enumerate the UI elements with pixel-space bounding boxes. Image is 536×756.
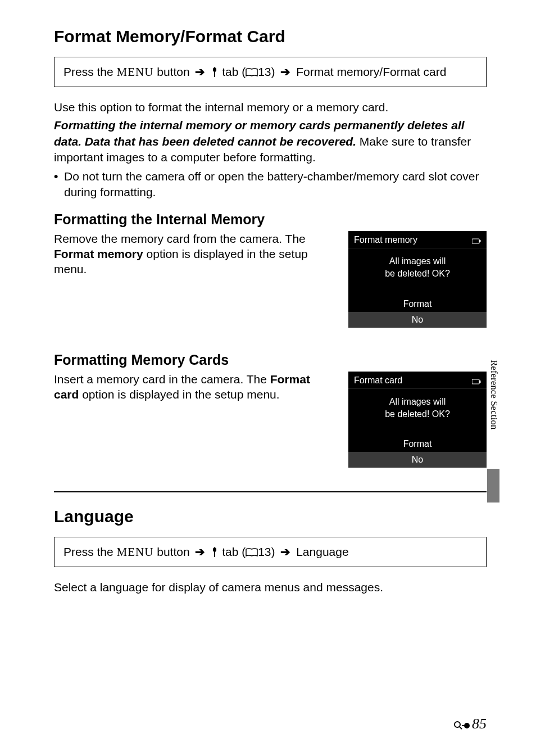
text-part: Remove the memory card from the camera. … (54, 232, 306, 245)
lcd-format-memory: Format memory All images will be deleted… (348, 231, 487, 328)
book-icon (246, 545, 258, 554)
nav-path-language: Press the MENU button ➔ tab (13) ➔ Langu… (54, 537, 487, 567)
svg-rect-0 (472, 239, 479, 243)
lcd-option-no: No (348, 452, 487, 468)
lcd-title-text: Format memory (354, 235, 417, 245)
menu-glyph-text: MENU (117, 65, 154, 79)
svg-rect-6 (462, 725, 465, 726)
lcd-line: be deleted! OK? (354, 408, 481, 420)
lcd-line: All images will (354, 255, 481, 268)
text-part: Insert a memory card in the camera. The (54, 373, 270, 386)
memory-cards-text: Insert a memory card in the camera. The … (54, 372, 335, 402)
page-section-icon (454, 719, 471, 729)
subheading-internal-memory: Formatting the Internal Memory (54, 211, 487, 228)
lcd-format-card: Format card All images will be deleted! … (348, 372, 487, 468)
lcd-title: Format card (348, 372, 487, 389)
lcd-line: All images will (354, 396, 481, 408)
nav-mid: button (153, 65, 193, 78)
nav-dest: Language (293, 545, 348, 558)
section-divider (54, 491, 487, 492)
bullet-list: Do not turn the camera off or open the b… (54, 169, 487, 200)
row-internal-memory: Remove the memory card from the camera. … (54, 231, 487, 328)
memory-icon (472, 376, 481, 382)
nav-ref: 13) (258, 65, 278, 78)
lcd-option-format: Format (348, 296, 487, 312)
arrow-icon: ➔ (193, 545, 207, 558)
text-part: option is displayed in the setup menu. (79, 388, 279, 401)
nav-tab: tab ( (219, 545, 246, 558)
internal-memory-text: Remove the memory card from the camera. … (54, 231, 335, 277)
side-tab-block (487, 469, 499, 503)
wrench-icon (211, 65, 219, 75)
bullet-item: Do not turn the camera off or open the b… (64, 169, 487, 200)
nav-ref: 13) (258, 545, 278, 558)
nav-pre: Press the (63, 545, 117, 558)
lcd-body: All images will be deleted! OK? (348, 389, 487, 437)
intro-text: Use this option to format the internal m… (54, 99, 487, 115)
nav-pre: Press the (63, 65, 117, 78)
wrench-icon (211, 545, 219, 555)
page-number: 85 (454, 717, 487, 731)
lcd-body: All images will be deleted! OK? (348, 248, 487, 296)
arrow-icon: ➔ (278, 65, 293, 78)
bold-option-name: Format memory (54, 247, 143, 260)
nav-tab: tab ( (219, 65, 246, 78)
arrow-icon: ➔ (193, 65, 207, 78)
arrow-icon: ➔ (278, 545, 293, 558)
nav-path-format: Press the MENU button ➔ tab (13) ➔ Forma… (54, 57, 487, 87)
language-description: Select a language for display of camera … (54, 580, 487, 595)
book-icon (246, 65, 258, 74)
section-title-language: Language (54, 507, 487, 527)
lcd-title: Format memory (348, 231, 487, 248)
svg-rect-3 (479, 381, 481, 383)
lcd-line: be deleted! OK? (354, 268, 481, 280)
nav-mid: button (153, 545, 193, 558)
nav-dest: Format memory/Format card (293, 65, 446, 78)
svg-rect-2 (472, 379, 479, 384)
lcd-option-format: Format (348, 436, 487, 452)
page-number-text: 85 (472, 717, 487, 731)
row-memory-cards: Insert a memory card in the camera. The … (54, 372, 487, 468)
section-title-format: Format Memory/Format Card (54, 27, 487, 47)
lcd-option-no: No (348, 312, 487, 328)
svg-rect-1 (479, 240, 481, 242)
menu-glyph-text: MENU (117, 545, 154, 559)
side-tab-label: Reference Section (489, 360, 499, 429)
memory-icon (472, 236, 481, 241)
lcd-title-text: Format card (354, 375, 402, 385)
subheading-memory-cards: Formatting Memory Cards (54, 351, 487, 368)
